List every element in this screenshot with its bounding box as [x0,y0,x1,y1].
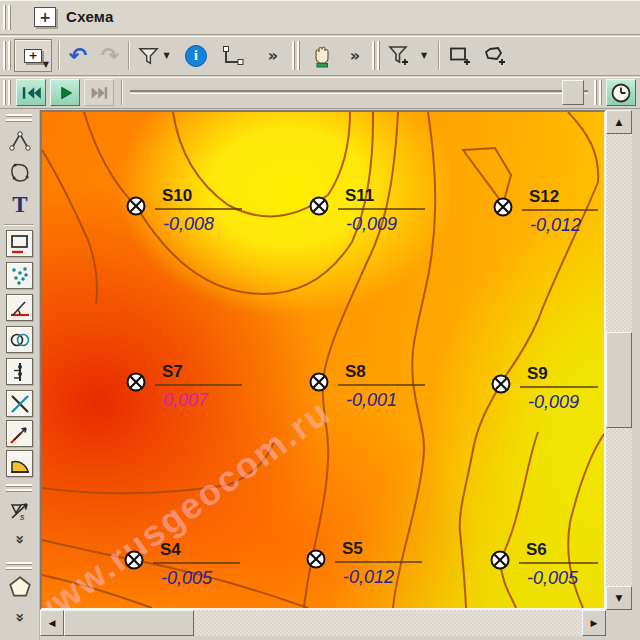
survey-point-S8[interactable]: S8-0,001 [311,362,426,410]
pan-button[interactable] [304,39,340,72]
filter-add-button[interactable] [384,39,416,72]
horizontal-scrollbar-thumb[interactable] [64,610,194,636]
scroll-down-button[interactable]: ▼ [606,586,632,610]
map-viewport[interactable]: www.rusgeocom.ru S10-0,008S11-0,009S12-0… [40,110,606,610]
dropdown-caret-icon: ▼ [43,61,49,69]
time-settings-button[interactable] [606,79,636,106]
polygon-add-icon [483,45,507,67]
scroll-up-button[interactable]: ▲ [606,110,632,134]
separator [121,80,123,105]
undo-icon: ↶ [69,45,87,67]
corner-ruler-icon [220,45,244,67]
toolbar-grip[interactable] [3,80,11,105]
slope-arrow-icon [8,422,32,446]
point-value: -0,009 [528,392,579,412]
point-name: S12 [529,187,559,206]
toolbar-more-button[interactable]: » [4,606,36,628]
point-name: S6 [526,540,547,559]
titlebar-grip[interactable] [3,5,11,30]
frame-diagram-button[interactable] [6,230,33,257]
chevron-more-icon: » [12,612,27,622]
new-frame-button[interactable]: + ▼ [14,39,52,72]
point-name: S8 [345,362,366,381]
redo-button[interactable]: ↷ [94,39,126,72]
main-toolbar: + ▼ ↶ ↷ ▼ i » [0,36,640,76]
survey-point-S7[interactable]: S70,007 [128,362,243,410]
section-profile-button[interactable] [6,358,33,385]
arrow-right-icon: ▶ [591,619,598,628]
arrow-up-icon: ▲ [616,118,623,127]
toolbar-overflow-button[interactable]: » [262,39,284,72]
pentagon-icon [7,574,33,600]
point-name: S9 [527,364,548,383]
skip-section-button[interactable]: s [4,496,36,526]
frame-slider-track[interactable] [130,90,588,94]
vertical-scrollbar[interactable]: ▲ ▼ [606,110,632,610]
pentagon-tool-button[interactable] [4,572,36,602]
rewind-icon [19,84,43,102]
scatter-points-icon [8,264,32,288]
toolbar-grip[interactable] [372,41,380,70]
play-button[interactable] [50,79,80,106]
flag-arrow-icon: s [8,499,32,523]
frame-icon: + [24,49,42,63]
separator [438,41,440,70]
point-name: S10 [162,186,192,205]
vertex-polyline-icon [8,129,32,153]
toolbar-grip[interactable] [3,41,11,70]
fast-forward-icon [87,84,111,102]
survey-point-S10[interactable]: S10-0,008 [128,186,243,234]
rewind-button[interactable] [16,79,46,106]
toolbar-grip[interactable] [6,114,32,122]
toolbar-more-button[interactable]: » [4,528,36,550]
point-value: -0,009 [346,214,397,234]
point-value: -0,005 [161,568,213,588]
cross-lines-button[interactable] [6,390,33,417]
survey-point-S6[interactable]: S6-0,005 [492,540,599,588]
point-name: S5 [342,539,363,558]
toolbar-grip[interactable] [594,80,602,105]
toolbar-grip[interactable] [292,41,300,70]
play-icon [54,84,76,102]
scatter-points-button[interactable] [6,262,33,289]
info-button[interactable]: i [180,39,212,72]
redo-icon: ↷ [101,45,119,67]
blob-polygon-icon [8,161,32,185]
overlap-circles-button[interactable] [6,326,33,353]
scroll-left-button[interactable]: ◀ [40,610,64,636]
hand-icon [311,44,333,68]
dropdown-caret-icon: ▼ [421,52,427,60]
area-diagram-button[interactable] [6,450,33,477]
scroll-right-button[interactable]: ▶ [582,610,606,636]
text-tool-button[interactable]: T [4,190,36,220]
scrollbar-corner [606,610,632,636]
window-icon[interactable]: + [34,7,56,27]
filter-add-caret-button[interactable]: ▼ [416,39,432,72]
vertex-edit-button[interactable] [4,126,36,156]
filter-button[interactable]: ▼ [132,39,176,72]
survey-point-S12[interactable]: S12-0,012 [495,187,599,235]
point-value: -0,012 [343,567,394,587]
contour-edit-button[interactable] [4,158,36,188]
rect-select-button[interactable] [444,39,476,72]
dimension-corner-button[interactable] [214,39,250,72]
app-window: + Схема + ▼ ↶ ↷ ▼ i [0,0,640,640]
separator [58,41,60,70]
frame-slider-thumb[interactable] [562,80,584,105]
arrow-left-icon: ◀ [49,619,56,628]
clock-icon [610,82,632,104]
horizontal-scrollbar[interactable]: ◀ ▶ [40,610,606,636]
toolbar-overflow-button[interactable]: » [344,39,366,72]
point-value: -0,001 [346,390,397,410]
overlapping-circles-icon [8,328,32,352]
slope-arrow-button[interactable] [6,420,33,447]
point-value: -0,008 [163,214,214,234]
animation-toolbar [0,77,640,109]
polygon-select-button[interactable] [478,39,512,72]
toolbar-grip[interactable] [6,484,32,492]
survey-point-S11[interactable]: S11-0,009 [311,186,426,234]
angle-measure-button[interactable] [6,294,33,321]
vertical-scrollbar-thumb[interactable] [606,332,632,428]
toolbar-grip[interactable] [6,562,32,570]
undo-button[interactable]: ↶ [62,39,94,72]
